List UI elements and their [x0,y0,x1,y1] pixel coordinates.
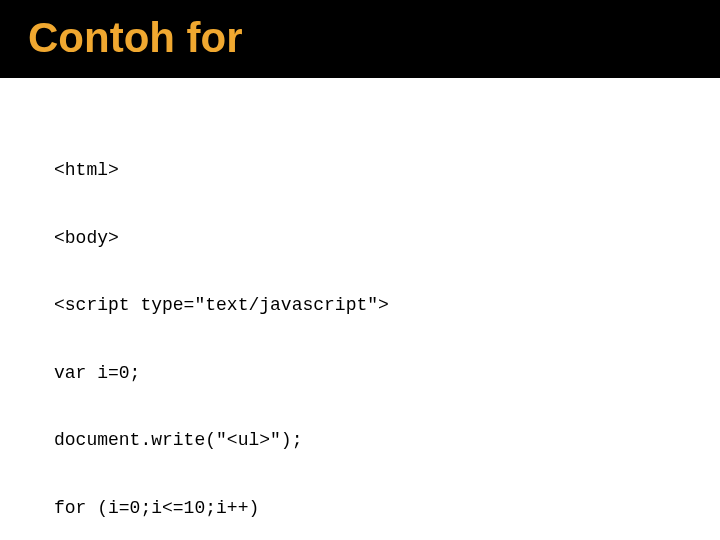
slide-header: Contoh for [0,0,720,76]
code-line: <body> [54,227,720,250]
slide: Contoh for <html> <body> <script type="t… [0,0,720,540]
code-line: <html> [54,159,720,182]
code-line: var i=0; [54,362,720,385]
code-line: document.write("<ul>"); [54,429,720,452]
code-line: <script type="text/javascript"> [54,294,720,317]
code-block: <html> <body> <script type="text/javascr… [54,114,720,540]
slide-content: <html> <body> <script type="text/javascr… [0,78,720,540]
slide-title: Contoh for [28,14,720,62]
code-line: for (i=0;i<=10;i++) [54,497,720,520]
